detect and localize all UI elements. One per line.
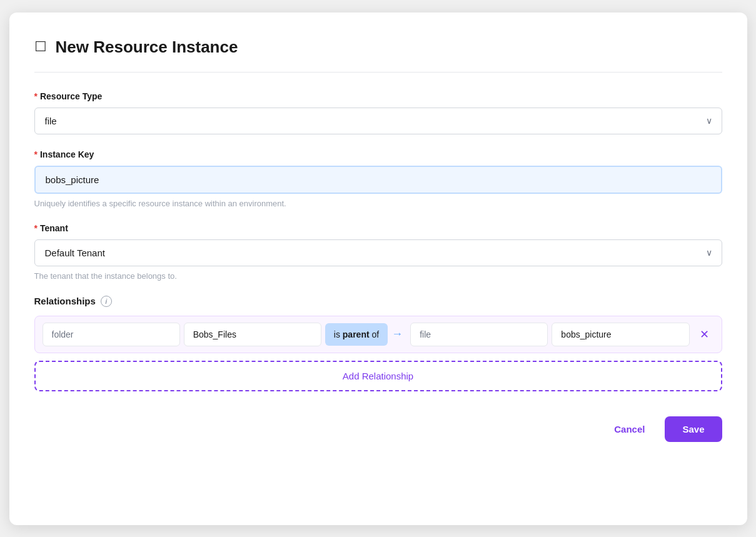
save-button[interactable]: Save: [665, 416, 722, 442]
resource-type-required-star: *: [34, 91, 38, 101]
resource-type-select[interactable]: file folder document: [34, 108, 722, 134]
folder-icon: ☐: [34, 39, 47, 55]
modal-title: New Resource Instance: [56, 38, 238, 57]
rel-relation-pill: is parent of: [325, 323, 388, 346]
add-relationship-button[interactable]: Add Relationship: [34, 361, 722, 391]
relationship-row: is parent of → ✕: [34, 316, 722, 353]
modal-container: ☐ New Resource Instance * Resource Type …: [9, 13, 747, 525]
resource-type-section: * Resource Type file folder document ∨: [34, 91, 722, 134]
instance-key-input[interactable]: [34, 166, 722, 194]
instance-key-section: * Instance Key Uniquely identifies a spe…: [34, 149, 722, 208]
close-icon: ✕: [700, 328, 709, 341]
tenant-section: * Tenant Default Tenant ∨ The tenant tha…: [34, 223, 722, 281]
relationships-info-icon[interactable]: i: [101, 296, 112, 307]
instance-key-required-star: *: [34, 149, 38, 159]
rel-target-instance-input[interactable]: [552, 323, 689, 346]
instance-key-helper: Uniquely identifies a specific resource …: [34, 199, 722, 208]
tenant-helper: The tenant that the instance belongs to.: [34, 271, 722, 281]
cancel-button[interactable]: Cancel: [604, 418, 655, 441]
header-divider: [34, 72, 722, 73]
tenant-select[interactable]: Default Tenant: [34, 239, 722, 266]
tenant-label: * Tenant: [34, 223, 722, 233]
modal-footer: Cancel Save: [34, 416, 722, 442]
rel-arrow-icon: →: [391, 328, 403, 341]
rel-delete-button[interactable]: ✕: [695, 324, 714, 345]
tenant-select-wrapper: Default Tenant ∨: [34, 239, 722, 266]
rel-source-type-input[interactable]: [43, 323, 180, 346]
resource-type-label: * Resource Type: [34, 91, 722, 101]
resource-type-select-wrapper: file folder document ∨: [34, 108, 722, 134]
relationships-label: Relationships i: [34, 296, 722, 307]
relationships-section: Relationships i is parent of → ✕: [34, 296, 722, 391]
relationship-fields-group: is parent of →: [43, 323, 690, 346]
modal-header: ☐ New Resource Instance: [34, 38, 722, 57]
rel-target-type-input[interactable]: [410, 323, 548, 346]
tenant-required-star: *: [34, 223, 38, 233]
instance-key-label: * Instance Key: [34, 149, 722, 159]
rel-source-instance-input[interactable]: [184, 323, 321, 346]
